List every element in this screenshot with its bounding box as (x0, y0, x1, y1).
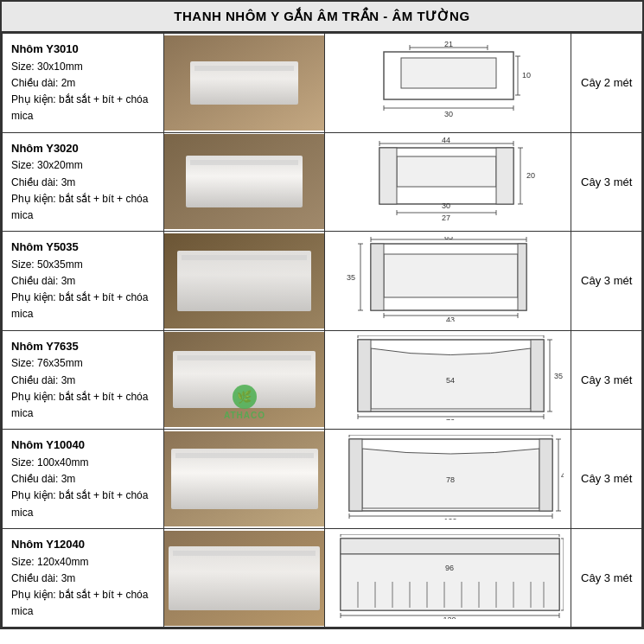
product-photo-y3020 (164, 132, 325, 232)
product-name-y7635: Nhôm Y7635 (11, 340, 79, 353)
product-name-y10040: Nhôm Y10040 (11, 438, 85, 451)
product-size-label-y5035: Size: 50x35mm (11, 258, 83, 271)
product-size-label-y12040: Size: 120x40mm (11, 556, 88, 568)
svg-text:65: 65 (444, 237, 453, 241)
product-accessories-label-y10040: Phụ kiện: bắt sắt + bít + chóa mica (11, 489, 148, 518)
svg-rect-76 (349, 439, 362, 511)
product-label-text-y7635: Cây 3 mét (581, 373, 632, 386)
svg-text:100: 100 (444, 517, 457, 520)
product-label-text-y3020: Cây 3 mét (581, 175, 632, 188)
product-info-y5035: Nhôm Y5035 Size: 50x35mm Chiều dài: 3m P… (3, 232, 164, 331)
svg-rect-77 (539, 439, 552, 511)
product-size-label-y10040: Size: 100x40mm (11, 456, 88, 469)
product-info-y3020: Nhôm Y3020 Size: 30x20mm Chiều dài: 3m P… (3, 132, 164, 232)
svg-text:27: 27 (442, 214, 450, 222)
product-name-y3020: Nhôm Y3020 (11, 142, 79, 155)
photo-y3020 (164, 134, 324, 229)
product-name-y12040: Nhôm Y12040 (11, 538, 85, 551)
svg-text:40: 40 (561, 471, 564, 480)
svg-text:115: 115 (444, 435, 457, 436)
svg-rect-94 (341, 539, 559, 554)
product-photo-y5035 (164, 232, 325, 331)
product-photo-y7635: 🌿 ATHACO (164, 330, 325, 430)
product-accessories-label-y3020: Phụ kiện: bắt sắt + bít + chóa mica (11, 193, 148, 221)
svg-text:78: 78 (446, 475, 455, 484)
product-diagram-y3010: 21 10 30 (325, 34, 571, 133)
product-photo-y3010 (164, 34, 325, 133)
product-length-label-y12040: Chiều dài: 3m (11, 572, 75, 584)
products-table: Nhôm Y3010 Size: 30x10mm Chiều dài: 2m P… (2, 33, 642, 628)
svg-text:30: 30 (442, 201, 450, 210)
product-accessories-label-y7635: Phụ kiện: bắt sắt + bít + chóa mica (11, 391, 148, 419)
svg-text:21: 21 (444, 40, 453, 48)
product-row-y5035: Nhôm Y5035 Size: 50x35mm Chiều dài: 3m P… (3, 232, 642, 331)
svg-rect-22 (379, 148, 397, 204)
svg-text:10: 10 (522, 71, 531, 80)
product-accessories-label-y3010: Phụ kiện: bắt sắt + bít + chóa mica (11, 93, 148, 122)
product-label-y7635: Cây 3 mét (571, 330, 642, 430)
svg-text:35: 35 (347, 273, 355, 282)
product-photo-y12040 (164, 528, 325, 628)
product-info-y3010: Nhôm Y3010 Size: 30x10mm Chiều dài: 2m P… (3, 34, 164, 133)
athaco-logo: 🌿 ATHACO (224, 385, 265, 420)
product-name-y3010: Nhôm Y3010 (11, 42, 79, 55)
svg-text:120: 120 (443, 615, 456, 619)
product-length-label-y3010: Chiều dài: 2m (11, 77, 75, 89)
svg-text:76: 76 (446, 418, 455, 420)
product-length-label-y10040: Chiều dài: 3m (11, 473, 75, 485)
product-length-label-y7635: Chiều dài: 3m (11, 374, 75, 386)
svg-rect-58 (358, 340, 371, 411)
svg-rect-59 (531, 340, 544, 411)
svg-text:20: 20 (526, 171, 535, 180)
product-label-y3010: Cây 2 mét (571, 34, 642, 133)
svg-rect-23 (496, 148, 513, 204)
product-label-y3020: Cây 3 mét (571, 132, 642, 232)
product-size-label-y3010: Size: 30x10mm (11, 61, 83, 73)
photo-y10040 (164, 431, 324, 526)
svg-rect-42 (518, 244, 526, 310)
product-row-y3010: Nhôm Y3010 Size: 30x10mm Chiều dài: 2m P… (3, 34, 642, 133)
svg-rect-41 (371, 244, 384, 310)
product-accessories-label-y12040: Phụ kiện: bắt sắt + bít + chóa mica (11, 589, 148, 617)
svg-text:90: 90 (446, 335, 455, 336)
product-label-text-y5035: Cây 3 mét (581, 274, 632, 287)
product-label-y12040: Cây 3 mét (571, 528, 642, 628)
svg-text:54: 54 (446, 376, 455, 385)
athaco-circle: 🌿 (233, 385, 257, 409)
svg-rect-4 (401, 58, 496, 88)
product-size-label-y3020: Size: 30x20mm (11, 159, 83, 171)
svg-rect-2 (194, 66, 294, 71)
product-diagram-y5035: 65 35 43 (325, 232, 571, 331)
svg-text:35: 35 (554, 372, 563, 380)
photo-y3010 (164, 35, 324, 131)
svg-rect-92 (169, 546, 320, 610)
svg-rect-95 (341, 554, 559, 610)
brand-name: ATHACO (224, 411, 265, 420)
photo-y5035 (164, 233, 324, 328)
product-label-text-y12040: Cây 3 mét (581, 571, 632, 584)
product-length-label-y5035: Chiều dài: 3m (11, 275, 75, 287)
page-wrapper: THANH NHÔM Y GẮN ÂM TRẦN - ÂM TƯỜNG Nhôm… (0, 0, 644, 629)
product-row-y7635: Nhôm Y7635 Size: 76x35mm Chiều dài: 3m P… (3, 330, 642, 430)
product-diagram-y7635: 90 35 54 76 (325, 330, 571, 430)
product-label-y5035: Cây 3 mét (571, 232, 642, 331)
product-label-y10040: Cây 3 mét (571, 430, 642, 529)
svg-rect-40 (384, 254, 518, 297)
product-label-text-y10040: Cây 3 mét (581, 472, 632, 485)
product-accessories-label-y5035: Phụ kiện: bắt sắt + bít + chóa mica (11, 291, 148, 320)
leaf-icon: 🌿 (237, 390, 252, 404)
product-name-y5035: Nhôm Y5035 (11, 240, 79, 253)
product-diagram-y3020: 44 20 27 30 (325, 132, 571, 232)
product-length-label-y3020: Chiều dài: 3m (11, 176, 75, 188)
product-row-y10040: Nhôm Y10040 Size: 100x40mm Chiều dài: 3m… (3, 430, 642, 529)
svg-rect-93 (173, 551, 316, 556)
svg-text:43: 43 (446, 316, 455, 322)
product-row-y3020: Nhôm Y3020 Size: 30x20mm Chiều dài: 3m P… (3, 132, 642, 232)
svg-text:136: 136 (443, 534, 456, 535)
product-row-y12040: Nhôm Y12040 Size: 120x40mm Chiều dài: 3m… (3, 528, 642, 628)
svg-rect-19 (190, 160, 298, 165)
photo-y12040 (164, 531, 324, 626)
svg-text:96: 96 (445, 564, 454, 572)
product-info-y12040: Nhôm Y12040 Size: 120x40mm Chiều dài: 3m… (3, 528, 164, 628)
svg-rect-75 (175, 453, 314, 458)
